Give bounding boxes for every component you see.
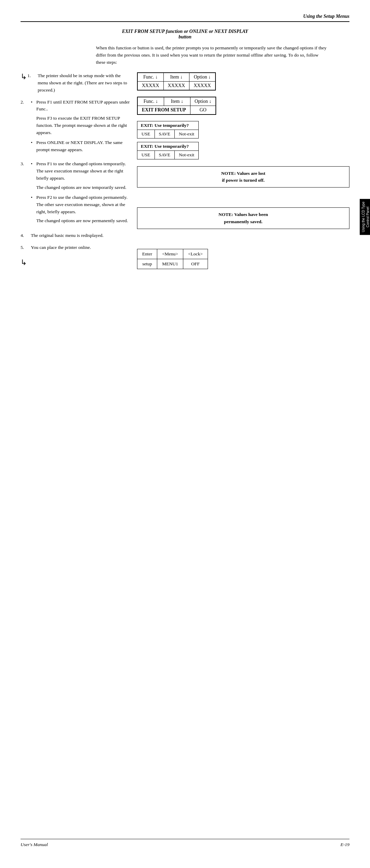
enter-panel: Enter <Menu> <Lock> setup MENU1 OFF [137, 249, 208, 269]
exit-panel-1-use: USE [137, 130, 155, 138]
exit-panel-2-data-row: USE SAVE Not-exit [137, 150, 199, 159]
step-3-bullet-2: • Press F2 to use the changed options pe… [31, 194, 130, 216]
note-1-line1: NOTE: Values are lost [221, 171, 265, 176]
bullet-icon: • [31, 99, 36, 106]
spacer-1 [137, 194, 349, 204]
exit-panel-2-header: EXIT: Use temporarily? [137, 142, 199, 150]
step-4: 4. The original basic menu is redisplaye… [21, 232, 130, 239]
section-title-part2: button [178, 34, 191, 39]
note-1-line2: if power is turned off. [222, 178, 265, 183]
step-1-text: The printer should be in setup mode with… [38, 72, 130, 94]
note-2-line2: permanently saved. [224, 219, 263, 224]
left-column: ↳ 1. The printer should be in setup mode… [21, 72, 137, 269]
step-3-bullet-1-text: Press F1 to use the changed options temp… [36, 160, 130, 182]
panel-1-container: Func. ↓ Item ↓ Option ↓ XXXXX XXXXX XXXX… [137, 72, 349, 93]
step-1-number: 1. [27, 72, 38, 80]
panel2-exit-label: EXIT FROM SETUP [138, 106, 190, 114]
step-3-sub-2: The changed options are now permanently … [36, 217, 130, 225]
page: Using the Setup Menus EXIT FROM SETUP fu… [0, 0, 370, 868]
intro-text: When this function or button is used, th… [96, 45, 329, 66]
step-5: 5. You can place the printer online. [21, 244, 130, 251]
exit-panel-1-save: SAVE [155, 130, 175, 138]
content-area: ↳ 1. The printer should be in setup mode… [21, 72, 349, 269]
lcd-panel-2: Func. ↓ Item ↓ Option ↓ EXIT FROM SETUP … [137, 97, 216, 115]
panel1-item-header: Item ↓ [163, 73, 189, 81]
step-5-text: You can place the printer online. [31, 244, 130, 251]
bullet-icon-3: • [31, 160, 36, 168]
enter-panel-off: OFF [183, 259, 208, 269]
arrow-icon-bottom: ↳ [21, 258, 27, 267]
lcd-panel-2-row1: Func. ↓ Item ↓ Option ↓ [138, 97, 216, 106]
side-tab: Using the LCD TypeControl Panel [360, 199, 370, 235]
exit-panel-2-container: EXIT: Use temporarily? USE SAVE Not-exit [137, 142, 349, 159]
panel2-go-val: GO [190, 106, 215, 114]
exit-panel-1-not-exit: Not-exit [175, 130, 199, 138]
side-tab-text: Using the LCD TypeControl Panel [361, 202, 370, 232]
panel1-func-header: Func. ↓ [138, 73, 164, 81]
panel1-item-val: XXXXX [163, 81, 189, 90]
step-2-sub-1: Press F3 to execute the EXIT FROM SETUP … [36, 115, 130, 136]
panel-2-container: Func. ↓ Item ↓ Option ↓ EXIT FROM SETUP … [137, 97, 349, 118]
bullet-icon-4: • [31, 194, 36, 201]
exit-panel-2-use: USE [137, 150, 155, 159]
note-2-line1: NOTE: Values have been [219, 212, 268, 217]
exit-panel-1-data-row: USE SAVE Not-exit [137, 130, 199, 138]
lcd-panel-2-row2: EXIT FROM SETUP GO [138, 106, 216, 114]
step-3-bullet-1: • Press F1 to use the changed options te… [31, 160, 130, 182]
enter-panel-enter: Enter [137, 249, 157, 259]
page-footer: User's Manual E-19 [21, 839, 349, 847]
step-3-number: 3. [21, 160, 31, 168]
panel1-func-val: XXXXX [138, 81, 164, 90]
section-title: EXIT FROM SETUP function or ONLINE or NE… [21, 29, 349, 40]
footer-left: User's Manual [21, 842, 48, 847]
step-3-content: • Press F1 to use the changed options te… [31, 160, 130, 227]
footer-right: E-19 [341, 842, 349, 847]
step-4-text: The original basic menu is redisplayed. [31, 232, 130, 239]
step-2: 2. • Press F1 until EXIT FROM SETUP appe… [21, 99, 130, 156]
enter-panel-row1: Enter <Menu> <Lock> [137, 249, 208, 259]
right-column: Func. ↓ Item ↓ Option ↓ XXXXX XXXXX XXXX… [137, 72, 349, 269]
step-3-sub-1: The changed options are now temporarily … [36, 184, 130, 191]
exit-panel-1-header: EXIT: Use temporarily? [137, 121, 199, 130]
step-2-bullet-2-text: Press ONLINE or NEXT DISPLAY. The same p… [36, 139, 130, 154]
exit-panel-1-container: EXIT: Use temporarily? USE SAVE Not-exit [137, 121, 349, 138]
section-title-part1: EXIT FROM SETUP function or ONLINE or NE… [122, 29, 248, 34]
lcd-panel-1-row1: Func. ↓ Item ↓ Option ↓ [138, 73, 215, 81]
step-5-number: 5. [21, 244, 31, 251]
step-2-number: 2. [21, 99, 31, 106]
step-2-bullet-1: • Press F1 until EXIT FROM SETUP appears… [31, 99, 130, 113]
panel1-option-header: Option ↓ [189, 73, 215, 81]
spacer-2 [137, 235, 349, 245]
step-1: ↳ 1. The printer should be in setup mode… [21, 72, 130, 94]
lcd-panel-1: Func. ↓ Item ↓ Option ↓ XXXXX XXXXX XXXX… [137, 72, 216, 91]
enter-panel-row2: setup MENU1 OFF [137, 259, 208, 269]
exit-panel-1: EXIT: Use temporarily? USE SAVE Not-exit [137, 121, 199, 138]
arrow-icon-1: ↳ [21, 72, 27, 81]
arrow-bottom: ↳ [21, 258, 130, 267]
step-4-number: 4. [21, 232, 31, 239]
step-2-content: • Press F1 until EXIT FROM SETUP appears… [31, 99, 130, 156]
panel2-func-header: Func. ↓ [138, 97, 164, 106]
page-header: Using the Setup Menus [21, 14, 349, 22]
enter-panel-menu1: MENU1 [157, 259, 183, 269]
note-panel-2: NOTE: Values have been permanently saved… [137, 207, 349, 229]
exit-panel-1-header-row: EXIT: Use temporarily? [137, 121, 199, 130]
step-3-bullet-2-text: Press F2 to use the changed options perm… [36, 194, 130, 216]
step-3: 3. • Press F1 to use the changed options… [21, 160, 130, 227]
enter-panel-lock-label: <Lock> [183, 249, 208, 259]
lcd-panel-1-row2: XXXXX XXXXX XXXXX [138, 81, 215, 90]
enter-panel-setup: setup [137, 259, 157, 269]
enter-panel-menu-label: <Menu> [157, 249, 183, 259]
step-2-bullet-2: • Press ONLINE or NEXT DISPLAY. The same… [31, 139, 130, 154]
note-panel-1: NOTE: Values are lost if power is turned… [137, 166, 349, 188]
panel1-option-val: XXXXX [189, 81, 215, 90]
step-2-bullet-1-text: Press F1 until EXIT FROM SETUP appears u… [36, 99, 130, 113]
exit-panel-2-save: SAVE [155, 150, 175, 159]
panel2-option-header: Option ↓ [190, 97, 215, 106]
exit-panel-2-not-exit: Not-exit [175, 150, 199, 159]
exit-panel-2: EXIT: Use temporarily? USE SAVE Not-exit [137, 142, 199, 159]
panel2-item-header: Item ↓ [164, 97, 190, 106]
exit-panel-2-header-row: EXIT: Use temporarily? [137, 142, 199, 150]
enter-panel-container: Enter <Menu> <Lock> setup MENU1 OFF [137, 249, 349, 269]
header-title: Using the Setup Menus [303, 14, 349, 19]
